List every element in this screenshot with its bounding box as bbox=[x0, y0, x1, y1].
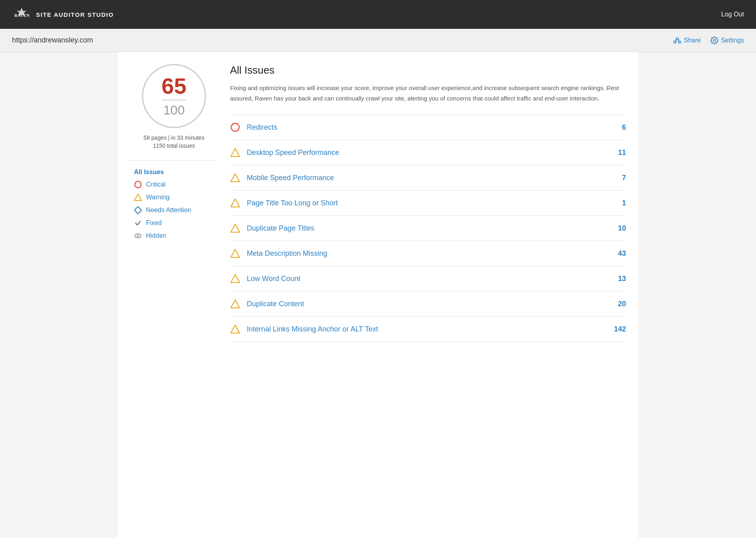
svg-marker-21 bbox=[231, 325, 240, 333]
svg-point-11 bbox=[135, 234, 141, 238]
warning-label: Warning bbox=[146, 194, 170, 201]
issue-row-low-word-count[interactable]: Low Word Count 13 bbox=[230, 266, 626, 291]
svg-point-12 bbox=[137, 235, 139, 237]
share-label: Share bbox=[684, 37, 701, 44]
score-total: 100 bbox=[163, 103, 184, 118]
hidden-label: Hidden bbox=[146, 232, 166, 239]
logout-button[interactable]: Log Out bbox=[721, 11, 744, 18]
subheader: https://andrewansley.com Share Settings bbox=[0, 29, 756, 52]
app-header: RAVEN SITE AUDITOR STUDIO Log Out bbox=[0, 0, 756, 29]
svg-marker-9 bbox=[134, 194, 142, 201]
sidebar-item-critical[interactable]: Critical bbox=[134, 181, 218, 189]
issue-count-desktop-speed: 11 bbox=[618, 149, 626, 157]
svg-marker-15 bbox=[231, 174, 240, 182]
svg-line-6 bbox=[679, 38, 679, 42]
score-value: 65 bbox=[162, 75, 186, 97]
svg-marker-16 bbox=[231, 199, 240, 207]
sidebar-item-warning[interactable]: Warning bbox=[134, 193, 218, 201]
issue-label-page-title-length: Page Title Too Long or Short bbox=[247, 199, 338, 207]
needs-attention-icon bbox=[134, 206, 142, 214]
issue-row-desktop-speed[interactable]: Desktop Speed Performance 11 bbox=[230, 140, 626, 165]
issue-label-mobile-speed: Mobile Speed Performance bbox=[247, 174, 334, 182]
warning-issue-icon bbox=[230, 273, 240, 284]
issue-left: Duplicate Page Titles bbox=[230, 223, 314, 233]
issue-count-duplicate-content: 20 bbox=[618, 300, 626, 308]
issue-count-low-word-count: 13 bbox=[618, 275, 626, 283]
settings-icon bbox=[710, 36, 718, 44]
issue-label-duplicate-content: Duplicate Content bbox=[247, 300, 304, 308]
svg-rect-3 bbox=[676, 38, 678, 40]
sidebar-item-all-issues[interactable]: All Issues bbox=[134, 169, 218, 176]
issue-left: Redirects bbox=[230, 122, 277, 132]
svg-point-8 bbox=[135, 181, 141, 188]
issue-row-duplicate-titles[interactable]: Duplicate Page Titles 10 bbox=[230, 216, 626, 241]
settings-button[interactable]: Settings bbox=[710, 36, 744, 44]
issue-row-redirects[interactable]: Redirects 6 bbox=[230, 114, 626, 140]
settings-label: Settings bbox=[721, 37, 744, 44]
issue-icon-desktop-speed bbox=[230, 147, 240, 158]
share-button[interactable]: Share bbox=[673, 36, 701, 44]
sidebar-item-needs-attention[interactable]: Needs Attention bbox=[134, 206, 218, 214]
svg-point-13 bbox=[231, 123, 239, 131]
score-divider bbox=[162, 100, 186, 100]
issue-row-internal-links[interactable]: Internal Links Missing Anchor or ALT Tex… bbox=[230, 317, 626, 342]
sidebar-divider bbox=[130, 160, 218, 161]
issue-count-page-title-length: 1 bbox=[622, 199, 626, 207]
all-issues-label: All Issues bbox=[134, 169, 164, 176]
sidebar-nav: All Issues Critical Warning bbox=[130, 169, 218, 240]
warning-issue-icon bbox=[230, 198, 240, 208]
svg-rect-2 bbox=[674, 41, 676, 43]
issue-label-redirects: Redirects bbox=[247, 123, 277, 132]
sidebar-item-hidden[interactable]: Hidden bbox=[134, 232, 218, 240]
score-meta: 58 pages | in 33 minutes 1150 total issu… bbox=[144, 134, 204, 151]
issue-count-mobile-speed: 7 bbox=[622, 174, 626, 182]
issues-title: All Issues bbox=[230, 64, 626, 76]
issue-left: Page Title Too Long or Short bbox=[230, 198, 338, 208]
warning-issue-icon bbox=[230, 299, 240, 309]
issue-label-internal-links: Internal Links Missing Anchor or ALT Tex… bbox=[247, 325, 378, 333]
issue-count-meta-desc-missing: 43 bbox=[618, 249, 626, 258]
issue-label-meta-desc-missing: Meta Description Missing bbox=[247, 249, 327, 258]
svg-marker-20 bbox=[231, 300, 240, 308]
svg-marker-17 bbox=[231, 224, 240, 232]
warning-issue-icon bbox=[230, 147, 240, 158]
main-content: 65 100 58 pages | in 33 minutes 1150 tot… bbox=[118, 52, 638, 538]
issues-list: Redirects 6 Desktop Speed Performance 11… bbox=[230, 114, 626, 342]
issue-icon-duplicate-content bbox=[230, 299, 240, 309]
warning-issue-icon bbox=[230, 223, 240, 233]
header-left: RAVEN SITE AUDITOR STUDIO bbox=[12, 5, 114, 24]
issue-left: Desktop Speed Performance bbox=[230, 147, 339, 158]
issue-row-duplicate-content[interactable]: Duplicate Content 20 bbox=[230, 291, 626, 317]
svg-marker-18 bbox=[231, 249, 240, 257]
sidebar-item-fixed[interactable]: Fixed bbox=[134, 219, 218, 227]
fixed-label: Fixed bbox=[146, 219, 162, 227]
site-url: https://andrewansley.com bbox=[12, 36, 93, 44]
subheader-actions: Share Settings bbox=[673, 36, 744, 44]
needs-attention-label: Needs Attention bbox=[146, 207, 191, 214]
issue-row-meta-desc-missing[interactable]: Meta Description Missing 43 bbox=[230, 241, 626, 266]
issue-icon-redirects bbox=[230, 122, 240, 132]
issue-label-desktop-speed: Desktop Speed Performance bbox=[247, 149, 339, 157]
logo-area: RAVEN SITE AUDITOR STUDIO bbox=[12, 5, 114, 24]
score-circle: 65 100 bbox=[142, 64, 206, 128]
warning-issue-icon bbox=[230, 173, 240, 183]
issue-label-low-word-count: Low Word Count bbox=[247, 275, 300, 283]
issue-row-mobile-speed[interactable]: Mobile Speed Performance 7 bbox=[230, 165, 626, 191]
pages-info: 58 pages | in 33 minutes bbox=[144, 134, 204, 141]
issue-left: Internal Links Missing Anchor or ALT Tex… bbox=[230, 324, 378, 334]
sidebar: 65 100 58 pages | in 33 minutes 1150 tot… bbox=[130, 64, 218, 526]
issues-panel: All Issues Fixing and optimizing issues … bbox=[230, 64, 626, 526]
issue-row-page-title-length[interactable]: Page Title Too Long or Short 1 bbox=[230, 191, 626, 216]
issue-count-duplicate-titles: 10 bbox=[618, 224, 626, 233]
issues-description: Fixing and optimizing issues will increa… bbox=[230, 83, 626, 103]
issue-icon-page-title-length bbox=[230, 198, 240, 208]
svg-point-7 bbox=[714, 39, 716, 41]
issue-left: Mobile Speed Performance bbox=[230, 173, 334, 183]
svg-marker-14 bbox=[231, 149, 240, 157]
issue-icon-mobile-speed bbox=[230, 173, 240, 183]
issue-icon-internal-links bbox=[230, 324, 240, 334]
svg-marker-19 bbox=[231, 275, 240, 283]
warning-issue-icon bbox=[230, 248, 240, 259]
critical-issue-icon bbox=[230, 122, 240, 132]
critical-label: Critical bbox=[146, 181, 166, 188]
